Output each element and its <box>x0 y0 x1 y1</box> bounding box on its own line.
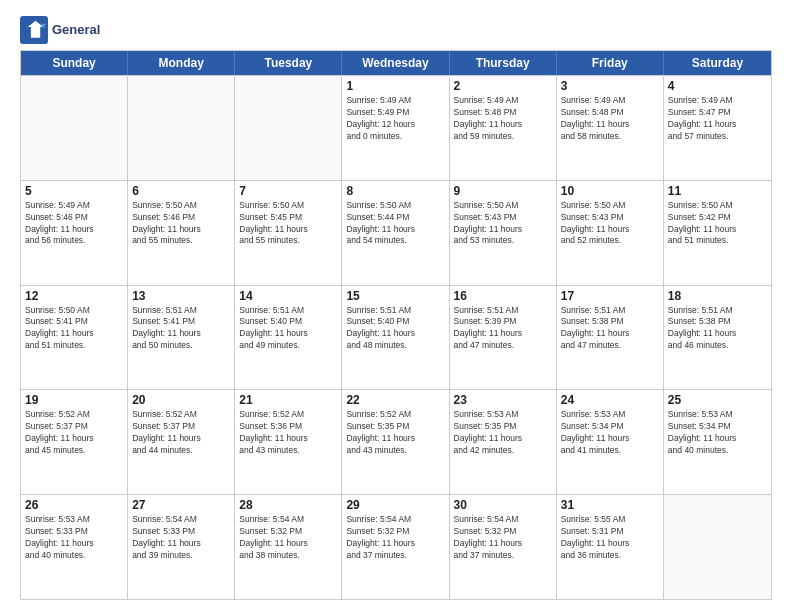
day-info: Sunrise: 5:50 AM Sunset: 5:43 PM Dayligh… <box>454 200 552 248</box>
calendar-day-26: 26Sunrise: 5:53 AM Sunset: 5:33 PM Dayli… <box>21 495 128 599</box>
day-info: Sunrise: 5:51 AM Sunset: 5:40 PM Dayligh… <box>346 305 444 353</box>
logo: General <box>20 16 100 44</box>
calendar: SundayMondayTuesdayWednesdayThursdayFrid… <box>20 50 772 600</box>
page: General SundayMondayTuesdayWednesdayThur… <box>0 0 792 612</box>
header-cell-saturday: Saturday <box>664 51 771 75</box>
day-info: Sunrise: 5:51 AM Sunset: 5:40 PM Dayligh… <box>239 305 337 353</box>
calendar-day-16: 16Sunrise: 5:51 AM Sunset: 5:39 PM Dayli… <box>450 286 557 390</box>
day-number: 17 <box>561 289 659 303</box>
day-info: Sunrise: 5:53 AM Sunset: 5:35 PM Dayligh… <box>454 409 552 457</box>
day-number: 10 <box>561 184 659 198</box>
day-number: 27 <box>132 498 230 512</box>
day-info: Sunrise: 5:50 AM Sunset: 5:42 PM Dayligh… <box>668 200 767 248</box>
day-number: 12 <box>25 289 123 303</box>
day-info: Sunrise: 5:50 AM Sunset: 5:43 PM Dayligh… <box>561 200 659 248</box>
header-cell-monday: Monday <box>128 51 235 75</box>
day-info: Sunrise: 5:53 AM Sunset: 5:33 PM Dayligh… <box>25 514 123 562</box>
day-number: 28 <box>239 498 337 512</box>
day-info: Sunrise: 5:52 AM Sunset: 5:36 PM Dayligh… <box>239 409 337 457</box>
calendar-empty <box>21 76 128 180</box>
calendar-week-1: 1Sunrise: 5:49 AM Sunset: 5:49 PM Daylig… <box>21 75 771 180</box>
day-info: Sunrise: 5:51 AM Sunset: 5:41 PM Dayligh… <box>132 305 230 353</box>
day-number: 18 <box>668 289 767 303</box>
calendar-day-11: 11Sunrise: 5:50 AM Sunset: 5:42 PM Dayli… <box>664 181 771 285</box>
day-info: Sunrise: 5:54 AM Sunset: 5:32 PM Dayligh… <box>454 514 552 562</box>
day-info: Sunrise: 5:50 AM Sunset: 5:44 PM Dayligh… <box>346 200 444 248</box>
day-info: Sunrise: 5:55 AM Sunset: 5:31 PM Dayligh… <box>561 514 659 562</box>
calendar-day-23: 23Sunrise: 5:53 AM Sunset: 5:35 PM Dayli… <box>450 390 557 494</box>
calendar-week-3: 12Sunrise: 5:50 AM Sunset: 5:41 PM Dayli… <box>21 285 771 390</box>
header-cell-tuesday: Tuesday <box>235 51 342 75</box>
header-cell-friday: Friday <box>557 51 664 75</box>
calendar-day-10: 10Sunrise: 5:50 AM Sunset: 5:43 PM Dayli… <box>557 181 664 285</box>
calendar-day-24: 24Sunrise: 5:53 AM Sunset: 5:34 PM Dayli… <box>557 390 664 494</box>
day-info: Sunrise: 5:51 AM Sunset: 5:38 PM Dayligh… <box>561 305 659 353</box>
calendar-empty <box>128 76 235 180</box>
day-number: 11 <box>668 184 767 198</box>
calendar-day-5: 5Sunrise: 5:49 AM Sunset: 5:46 PM Daylig… <box>21 181 128 285</box>
header-cell-wednesday: Wednesday <box>342 51 449 75</box>
calendar-day-9: 9Sunrise: 5:50 AM Sunset: 5:43 PM Daylig… <box>450 181 557 285</box>
day-info: Sunrise: 5:49 AM Sunset: 5:46 PM Dayligh… <box>25 200 123 248</box>
calendar-day-8: 8Sunrise: 5:50 AM Sunset: 5:44 PM Daylig… <box>342 181 449 285</box>
day-number: 21 <box>239 393 337 407</box>
day-info: Sunrise: 5:53 AM Sunset: 5:34 PM Dayligh… <box>668 409 767 457</box>
day-number: 13 <box>132 289 230 303</box>
day-info: Sunrise: 5:49 AM Sunset: 5:48 PM Dayligh… <box>561 95 659 143</box>
calendar-day-19: 19Sunrise: 5:52 AM Sunset: 5:37 PM Dayli… <box>21 390 128 494</box>
day-number: 29 <box>346 498 444 512</box>
calendar-week-5: 26Sunrise: 5:53 AM Sunset: 5:33 PM Dayli… <box>21 494 771 599</box>
day-info: Sunrise: 5:53 AM Sunset: 5:34 PM Dayligh… <box>561 409 659 457</box>
day-number: 2 <box>454 79 552 93</box>
calendar-day-15: 15Sunrise: 5:51 AM Sunset: 5:40 PM Dayli… <box>342 286 449 390</box>
day-info: Sunrise: 5:52 AM Sunset: 5:37 PM Dayligh… <box>132 409 230 457</box>
day-info: Sunrise: 5:50 AM Sunset: 5:41 PM Dayligh… <box>25 305 123 353</box>
day-info: Sunrise: 5:54 AM Sunset: 5:32 PM Dayligh… <box>346 514 444 562</box>
day-number: 23 <box>454 393 552 407</box>
day-number: 3 <box>561 79 659 93</box>
calendar-day-31: 31Sunrise: 5:55 AM Sunset: 5:31 PM Dayli… <box>557 495 664 599</box>
calendar-day-25: 25Sunrise: 5:53 AM Sunset: 5:34 PM Dayli… <box>664 390 771 494</box>
calendar-day-4: 4Sunrise: 5:49 AM Sunset: 5:47 PM Daylig… <box>664 76 771 180</box>
day-info: Sunrise: 5:50 AM Sunset: 5:45 PM Dayligh… <box>239 200 337 248</box>
day-info: Sunrise: 5:52 AM Sunset: 5:37 PM Dayligh… <box>25 409 123 457</box>
day-info: Sunrise: 5:50 AM Sunset: 5:46 PM Dayligh… <box>132 200 230 248</box>
calendar-empty <box>664 495 771 599</box>
calendar-day-30: 30Sunrise: 5:54 AM Sunset: 5:32 PM Dayli… <box>450 495 557 599</box>
day-info: Sunrise: 5:49 AM Sunset: 5:49 PM Dayligh… <box>346 95 444 143</box>
calendar-day-20: 20Sunrise: 5:52 AM Sunset: 5:37 PM Dayli… <box>128 390 235 494</box>
calendar-day-3: 3Sunrise: 5:49 AM Sunset: 5:48 PM Daylig… <box>557 76 664 180</box>
calendar-day-2: 2Sunrise: 5:49 AM Sunset: 5:48 PM Daylig… <box>450 76 557 180</box>
day-number: 15 <box>346 289 444 303</box>
calendar-day-14: 14Sunrise: 5:51 AM Sunset: 5:40 PM Dayli… <box>235 286 342 390</box>
day-number: 8 <box>346 184 444 198</box>
calendar-day-29: 29Sunrise: 5:54 AM Sunset: 5:32 PM Dayli… <box>342 495 449 599</box>
day-number: 4 <box>668 79 767 93</box>
calendar-day-28: 28Sunrise: 5:54 AM Sunset: 5:32 PM Dayli… <box>235 495 342 599</box>
day-number: 14 <box>239 289 337 303</box>
day-number: 22 <box>346 393 444 407</box>
calendar-day-27: 27Sunrise: 5:54 AM Sunset: 5:33 PM Dayli… <box>128 495 235 599</box>
day-info: Sunrise: 5:54 AM Sunset: 5:33 PM Dayligh… <box>132 514 230 562</box>
day-number: 20 <box>132 393 230 407</box>
header-cell-thursday: Thursday <box>450 51 557 75</box>
calendar-day-13: 13Sunrise: 5:51 AM Sunset: 5:41 PM Dayli… <box>128 286 235 390</box>
calendar-week-4: 19Sunrise: 5:52 AM Sunset: 5:37 PM Dayli… <box>21 389 771 494</box>
day-info: Sunrise: 5:51 AM Sunset: 5:39 PM Dayligh… <box>454 305 552 353</box>
day-number: 9 <box>454 184 552 198</box>
day-number: 25 <box>668 393 767 407</box>
calendar-day-17: 17Sunrise: 5:51 AM Sunset: 5:38 PM Dayli… <box>557 286 664 390</box>
day-info: Sunrise: 5:52 AM Sunset: 5:35 PM Dayligh… <box>346 409 444 457</box>
logo-text: General <box>52 22 100 38</box>
day-number: 19 <box>25 393 123 407</box>
day-number: 6 <box>132 184 230 198</box>
calendar-header: SundayMondayTuesdayWednesdayThursdayFrid… <box>21 51 771 75</box>
calendar-day-6: 6Sunrise: 5:50 AM Sunset: 5:46 PM Daylig… <box>128 181 235 285</box>
header: General <box>20 16 772 44</box>
header-cell-sunday: Sunday <box>21 51 128 75</box>
day-number: 31 <box>561 498 659 512</box>
logo-icon <box>20 16 48 44</box>
calendar-empty <box>235 76 342 180</box>
day-number: 24 <box>561 393 659 407</box>
calendar-day-18: 18Sunrise: 5:51 AM Sunset: 5:38 PM Dayli… <box>664 286 771 390</box>
